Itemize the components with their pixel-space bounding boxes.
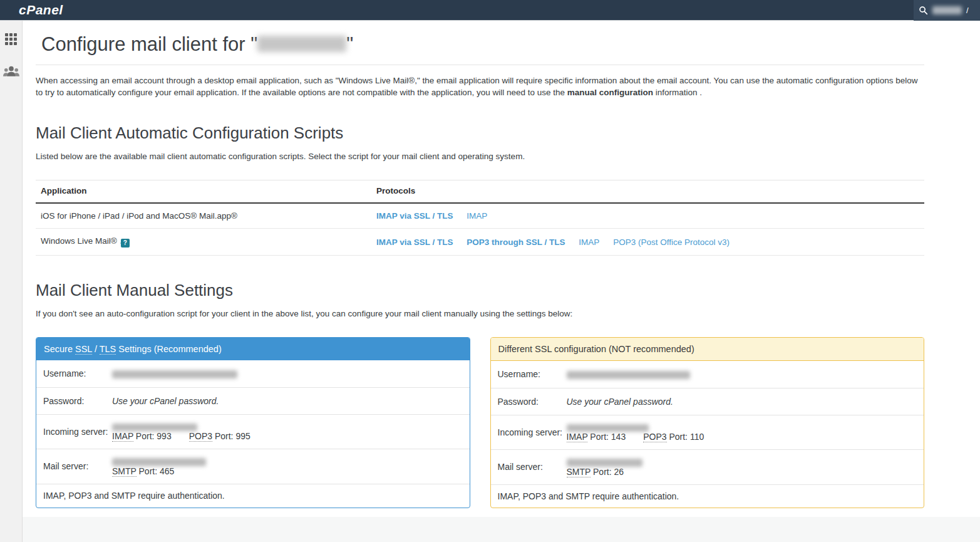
username-label: Username: <box>498 367 567 381</box>
main-content: Configure mail client for "" When access… <box>23 21 980 517</box>
pop3-port-value: Port: 995 <box>212 431 250 441</box>
left-sidebar <box>0 21 23 542</box>
imap-port: IMAP Port: 143 <box>567 432 626 442</box>
username-row: Username: <box>36 360 470 387</box>
link-imap[interactable]: IMAP <box>467 211 487 221</box>
secure-ssl-card: Secure SSL / TLS Settings (Recommended) … <box>36 337 470 508</box>
page-title: Configure mail client for "" <box>36 21 924 65</box>
smtp-port: SMTP Port: 26 <box>567 467 624 477</box>
intro-paragraph: When accessing an email account through … <box>36 75 924 98</box>
link-imap-ssl-tls[interactable]: IMAP via SSL / TLS <box>376 211 453 221</box>
redacted-mail-server <box>112 458 206 466</box>
imap-abbr: IMAP <box>112 431 133 442</box>
mail-server-value: SMTP Port: 26 <box>567 457 917 477</box>
incoming-server-value: IMAP Port: 993POP3 Port: 995 <box>112 422 463 441</box>
search-icon[interactable] <box>919 6 928 15</box>
page-title-close-quote: " <box>346 33 353 55</box>
redacted-account-name <box>932 6 962 14</box>
imap-port-value: Port: 143 <box>587 432 626 442</box>
password-value: Use your cPanel password. <box>567 397 917 407</box>
table-header-row: Application Protocols <box>36 180 924 204</box>
incoming-ports: IMAP Port: 993POP3 Port: 995 <box>112 431 268 441</box>
link-imap[interactable]: IMAP <box>579 237 599 247</box>
card-title-text: Secure <box>44 344 75 354</box>
tls-abbr: TLS <box>100 344 116 355</box>
users-group-icon[interactable] <box>3 65 19 80</box>
link-imap-ssl-tls[interactable]: IMAP via SSL / TLS <box>376 237 453 247</box>
mail-server-row: Mail server: SMTP Port: 465 <box>36 449 470 484</box>
mail-server-value: SMTP Port: 465 <box>112 457 463 476</box>
link-pop3-ssl-tls[interactable]: POP3 through SSL / TLS <box>467 237 565 247</box>
incoming-ports: IMAP Port: 143POP3 Port: 110 <box>567 432 722 442</box>
intro-tail: information . <box>653 88 702 97</box>
top-nav: cPanel / <box>0 0 980 21</box>
different-ssl-card: Different SSL configuration (NOT recomme… <box>490 337 925 508</box>
username-value <box>567 369 917 379</box>
ssl-abbr: SSL <box>75 344 92 355</box>
incoming-server-label: Incoming server: <box>43 425 112 439</box>
incoming-server-label: Incoming server: <box>498 425 567 439</box>
password-label: Password: <box>43 394 112 408</box>
card-title-text: Settings (Recommended) <box>116 344 221 354</box>
protocols-windows-live-mail: IMAP via SSL / TLS POP3 through SSL / TL… <box>371 229 924 256</box>
mail-server-label: Mail server: <box>43 459 112 473</box>
incoming-server-row: Incoming server: IMAP Port: 993POP3 Port… <box>36 415 470 449</box>
pop3-port-value: Port: 110 <box>667 432 704 442</box>
application-label: Windows Live Mail® <box>41 236 117 246</box>
username-value <box>112 368 463 378</box>
smtp-abbr: SMTP <box>567 467 591 477</box>
apps-grid-icon[interactable] <box>5 33 17 45</box>
password-value: Use your cPanel password. <box>112 396 463 406</box>
mail-server-label: Mail server: <box>498 460 567 474</box>
smtp-abbr: SMTP <box>112 466 137 477</box>
username-row: Username: <box>491 361 924 388</box>
auth-note: IMAP, POP3 and SMTP require authenticati… <box>36 484 470 507</box>
auto-config-table: Application Protocols iOS for iPhone / i… <box>36 180 924 256</box>
redacted-incoming-server <box>112 424 197 431</box>
manual-settings-heading: Mail Client Manual Settings <box>36 281 924 300</box>
application-ios: iOS for iPhone / iPad / iPod and MacOS® … <box>36 203 371 229</box>
auto-config-heading: Mail Client Automatic Configuration Scri… <box>36 123 924 143</box>
imap-abbr: IMAP <box>567 432 588 442</box>
manual-settings-subtext: If you don't see an auto-configuration s… <box>36 309 924 318</box>
incoming-server-row: Incoming server: IMAP Port: 143POP3 Port… <box>491 415 924 450</box>
pop3-abbr: POP3 <box>189 431 212 442</box>
manual-configuration-emphasis: manual configuration <box>567 88 653 97</box>
help-icon[interactable]: ? <box>121 239 130 248</box>
password-row: Password: Use your cPanel password. <box>36 388 470 415</box>
table-row: iOS for iPhone / iPad / iPod and MacOS® … <box>36 203 924 229</box>
card-title-text: / <box>92 344 100 354</box>
page-title-text: Configure mail client for " <box>41 33 257 55</box>
redacted-incoming-server <box>567 424 649 432</box>
username-label: Username: <box>43 367 112 380</box>
incoming-server-value: IMAP Port: 143POP3 Port: 110 <box>567 423 917 442</box>
nav-account-area: / <box>914 0 980 21</box>
table-row: Windows Live Mail®? IMAP via SSL / TLS P… <box>36 229 924 256</box>
column-protocols: Protocols <box>371 180 924 204</box>
pop3-port: POP3 Port: 995 <box>189 431 250 441</box>
auth-note: IMAP, POP3 and SMTP require authenticati… <box>491 485 924 508</box>
pop3-port: POP3 Port: 110 <box>643 432 704 442</box>
account-suffix: / <box>966 6 969 15</box>
redacted-username <box>567 371 690 379</box>
column-application: Application <box>36 180 371 204</box>
imap-port: IMAP Port: 993 <box>112 431 172 441</box>
auto-config-subtext: Listed below are the available mail clie… <box>36 152 924 161</box>
application-windows-live-mail: Windows Live Mail®? <box>36 229 371 256</box>
intro-text: When accessing an email account through … <box>36 76 918 97</box>
redacted-mail-account <box>257 36 346 52</box>
redacted-mail-server <box>567 459 642 467</box>
different-ssl-card-title: Different SSL configuration (NOT recomme… <box>491 338 924 361</box>
cpanel-logo: cPanel <box>19 3 63 18</box>
protocols-ios: IMAP via SSL / TLS IMAP <box>371 203 924 229</box>
smtp-port: SMTP Port: 465 <box>112 466 174 476</box>
mail-server-row: Mail server: SMTP Port: 26 <box>491 450 924 485</box>
imap-port-value: Port: 993 <box>133 431 172 441</box>
smtp-port-value: Port: 26 <box>591 467 624 477</box>
redacted-username <box>112 370 237 378</box>
link-pop3[interactable]: POP3 (Post Office Protocol v3) <box>613 237 730 247</box>
pop3-abbr: POP3 <box>643 432 666 442</box>
password-label: Password: <box>498 395 567 409</box>
smtp-port-value: Port: 465 <box>137 466 175 476</box>
title-divider <box>36 65 924 65</box>
